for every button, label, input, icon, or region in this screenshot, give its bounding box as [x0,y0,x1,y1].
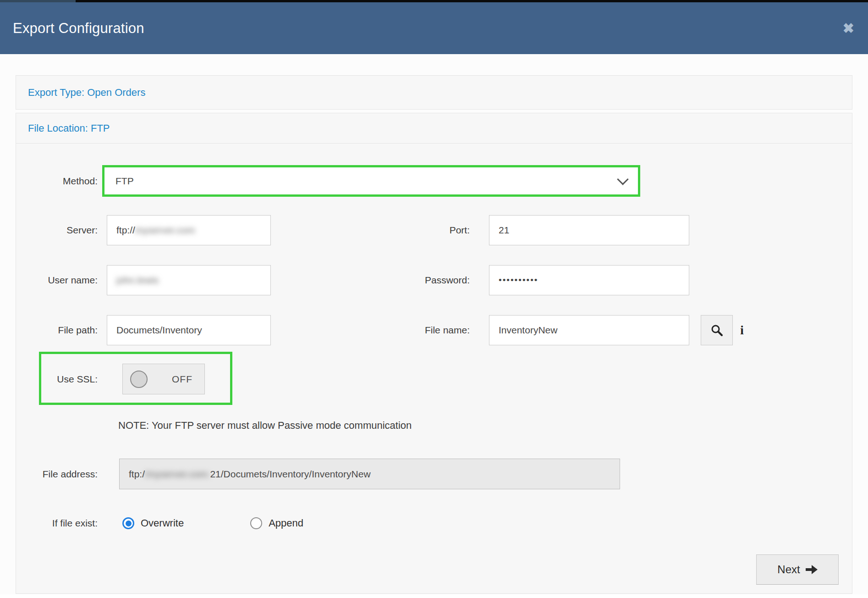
file-name-browse-button[interactable] [701,315,733,345]
radio-append-label: Append [269,517,303,529]
file-address-prefix: ftp:/ [129,469,145,480]
page-title: Export Configuration [13,20,144,37]
server-input[interactable]: ftp:// myserver.com [107,215,271,245]
file-name-info-icon-wrap[interactable]: i [736,315,748,345]
port-label: Port: [357,215,470,245]
file-name-input[interactable]: InventoryNew [489,315,689,345]
close-icon[interactable]: ✖ [843,2,854,54]
server-value-visible: ftp:// [116,225,135,236]
file-path-label: File path: [18,315,98,345]
next-button-label: Next [777,563,800,576]
radio-overwrite-label: Overwrite [141,517,184,529]
file-path-input[interactable]: Documets/Inventory [107,315,271,345]
server-value-redacted: myserver.com [135,225,195,236]
password-label: Password: [357,265,470,295]
port-value: 21 [499,225,509,236]
section-export-type[interactable]: Export Type: Open Orders [16,75,852,110]
use-ssl-toggle[interactable]: OFF [122,364,205,394]
method-select-value: FTP [115,176,134,187]
file-address-redacted: /myserver.com: [145,469,210,480]
ftp-passive-note: NOTE: Your FTP server must allow Passive… [118,416,412,435]
dialog-header: Export Configuration ✖ [0,2,868,54]
file-name-value: InventoryNew [499,325,557,336]
password-input[interactable]: •••••••••• [489,265,689,295]
method-select[interactable]: FTP [102,165,640,197]
radio-dot [126,520,132,526]
radio-overwrite[interactable] [122,517,134,529]
search-icon [710,324,723,337]
file-address-input: ftp:/ /myserver.com: 21/Documets/Invento… [119,459,620,489]
if-file-exist-options: Overwrite Append [122,508,303,538]
username-value-redacted: john.lewis [116,275,159,286]
method-label: Method: [18,165,98,197]
file-address-suffix: 21/Documets/Inventory/InventoryNew [210,469,370,480]
file-address-label: File address: [18,459,98,489]
use-ssl-state: OFF [172,374,192,385]
section-export-type-label: Export Type: Open Orders [28,87,145,99]
info-icon: i [740,323,744,338]
arrow-right-icon [806,565,818,574]
page-bottom-margin [0,594,868,598]
radio-append[interactable] [250,517,262,529]
server-label: Server: [18,215,98,245]
export-configuration-dialog: Export Configuration ✖ Export Type: Open… [0,0,868,598]
port-input[interactable]: 21 [489,215,689,245]
username-input[interactable]: john.lewis [107,265,271,295]
toggle-knob [130,371,148,388]
password-value: •••••••••• [499,275,538,285]
use-ssl-label: Use SSL: [18,364,98,394]
file-path-value: Documets/Inventory [116,325,202,336]
username-label: User name: [18,265,98,295]
chevron-down-icon [617,173,628,185]
next-button[interactable]: Next [756,554,839,585]
if-file-exist-label: If file exist: [18,508,98,538]
section-file-location-label: File Location: FTP [28,122,110,134]
section-file-location[interactable]: File Location: FTP [16,113,852,144]
file-name-label: File name: [357,315,470,345]
